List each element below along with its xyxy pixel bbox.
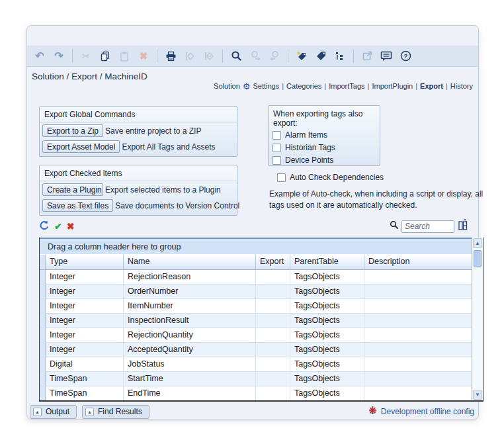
cell-name[interactable]: StartTime <box>124 372 256 386</box>
cell-name[interactable]: ItemNumber <box>124 299 256 313</box>
table-row[interactable]: IntegerOrderNumberTagsObjects <box>40 285 472 299</box>
cell-export[interactable] <box>256 328 290 342</box>
cell-export[interactable] <box>256 386 290 400</box>
help-icon[interactable]: ? <box>399 50 411 62</box>
tree-view-icon[interactable] <box>334 50 346 62</box>
cell-export[interactable] <box>256 343 290 357</box>
paste-icon[interactable] <box>118 50 130 62</box>
cell-description[interactable] <box>364 270 472 284</box>
cell-description[interactable] <box>364 285 472 298</box>
connection-status[interactable]: Development offline config <box>368 406 474 418</box>
table-row[interactable]: IntegerAcceptedQuantityTagsObjects <box>40 343 472 357</box>
cell-name[interactable]: AcceptedQuantity <box>124 343 256 357</box>
undo-icon[interactable]: ↶ <box>34 50 46 62</box>
cell-type[interactable]: Integer <box>46 343 124 357</box>
cell-name[interactable]: RejectionQuantity <box>124 328 256 342</box>
tab-importtags[interactable]: ImportTags <box>329 82 364 90</box>
device-points-checkbox[interactable] <box>273 156 281 165</box>
cut-icon[interactable]: ✂ <box>80 50 92 62</box>
tab-history[interactable]: History <box>450 82 473 90</box>
cell-type[interactable]: TimeSpan <box>46 386 124 400</box>
cell-parent[interactable]: TagsObjects <box>290 285 364 298</box>
check-all-icon[interactable]: ✔ <box>54 221 62 232</box>
scroll-down-button[interactable]: ▼ <box>473 390 482 400</box>
feedback-icon[interactable] <box>380 50 392 62</box>
copy-icon[interactable] <box>99 50 111 62</box>
group-by-band[interactable]: Drag a column header here to group <box>40 238 472 255</box>
cell-type[interactable]: Integer <box>46 328 124 342</box>
table-row[interactable]: IntegerRejectionQuantityTagsObjects <box>40 328 472 343</box>
cell-description[interactable] <box>364 314 472 328</box>
cell-description[interactable] <box>364 372 472 386</box>
cell-type[interactable]: TimeSpan <box>46 372 124 386</box>
gear-icon[interactable]: ⚙ <box>243 83 251 90</box>
delete-icon[interactable]: ✖ <box>138 50 149 62</box>
tag-icon[interactable] <box>315 50 327 62</box>
search-input[interactable] <box>401 220 454 233</box>
cell-description[interactable] <box>364 343 472 357</box>
search-icon[interactable] <box>230 50 242 62</box>
cell-parent[interactable]: TagsObjects <box>290 386 364 400</box>
cell-type[interactable]: Integer <box>46 270 124 284</box>
cell-name[interactable]: RejectionReason <box>124 270 256 284</box>
save-text-files-button[interactable]: Save as Text files <box>42 199 113 212</box>
alarm-items-checkbox[interactable] <box>273 131 281 140</box>
column-header-description[interactable]: Description <box>364 255 472 269</box>
cell-type[interactable]: Integer <box>46 285 124 298</box>
cell-name[interactable]: OrderNumber <box>124 285 256 298</box>
column-header-parenttable[interactable]: ParentTable <box>290 255 364 269</box>
uncheck-all-icon[interactable]: ✖ <box>67 221 75 232</box>
find-results-panel-button[interactable]: ▲ Find Results <box>82 405 149 419</box>
tab-settings[interactable]: Settings <box>253 82 279 90</box>
print-icon[interactable] <box>165 50 177 62</box>
cell-type[interactable]: Integer <box>46 299 124 313</box>
vertical-scrollbar[interactable]: ▲ ▼ <box>472 238 483 400</box>
search-next-icon[interactable] <box>249 50 261 62</box>
table-row[interactable]: IntegerInspectionResultTagsObjects <box>40 314 472 328</box>
search-previous-icon[interactable] <box>269 50 280 62</box>
open-external-icon[interactable] <box>361 50 373 62</box>
cell-export[interactable] <box>256 270 290 284</box>
cell-parent[interactable]: TagsObjects <box>290 357 364 371</box>
cell-export[interactable] <box>256 372 290 386</box>
cell-parent[interactable]: TagsObjects <box>290 343 364 357</box>
column-chooser-icon[interactable] <box>457 219 469 234</box>
cell-description[interactable] <box>364 386 472 400</box>
output-panel-button[interactable]: ▲ Output <box>30 405 77 419</box>
cell-name[interactable]: JobStatus <box>124 357 256 371</box>
table-row[interactable]: DigitalJobStatusTagsObjects <box>40 357 472 372</box>
nav-solution-label[interactable]: Solution <box>214 82 240 90</box>
cell-export[interactable] <box>256 299 290 313</box>
tab-categories[interactable]: Categories <box>286 82 321 90</box>
column-header-name[interactable]: Name <box>124 255 256 269</box>
create-plugin-button[interactable]: Create a Plugin <box>42 183 103 196</box>
refresh-icon[interactable] <box>39 220 50 233</box>
historian-tags-checkbox[interactable] <box>273 144 281 152</box>
cell-description[interactable] <box>364 299 472 313</box>
table-row[interactable]: IntegerRejectionReasonTagsObjects <box>40 270 472 285</box>
cell-name[interactable]: InspectionResult <box>124 314 256 328</box>
export-to-zip-button[interactable]: Export to a Zip <box>42 124 103 137</box>
table-row[interactable]: TimeSpanEndTimeTagsObjects <box>40 386 472 400</box>
column-header-export[interactable]: Export <box>256 255 290 269</box>
cell-export[interactable] <box>256 285 290 298</box>
cell-parent[interactable]: TagsObjects <box>290 372 364 386</box>
cell-type[interactable]: Digital <box>46 357 124 371</box>
cell-parent[interactable]: TagsObjects <box>290 328 364 342</box>
scroll-up-button[interactable]: ▲ <box>473 238 482 248</box>
scrollbar-thumb[interactable] <box>474 250 482 267</box>
cell-parent[interactable]: TagsObjects <box>290 270 364 284</box>
export-icon[interactable] <box>203 50 215 62</box>
cell-export[interactable] <box>256 357 290 371</box>
cell-description[interactable] <box>364 357 472 371</box>
cell-description[interactable] <box>364 328 472 342</box>
redo-icon[interactable]: ↷ <box>53 50 65 62</box>
auto-check-dependencies-checkbox[interactable] <box>277 173 286 182</box>
column-header-type[interactable]: Type <box>46 255 124 269</box>
table-row[interactable]: IntegerItemNumberTagsObjects <box>40 299 472 314</box>
import-icon[interactable] <box>184 50 196 62</box>
export-asset-model-button[interactable]: Export Asset Model <box>42 140 120 153</box>
cell-parent[interactable]: TagsObjects <box>290 299 364 313</box>
table-row[interactable]: TimeSpanStartTimeTagsObjects <box>40 372 472 386</box>
cell-name[interactable]: EndTime <box>124 386 256 400</box>
